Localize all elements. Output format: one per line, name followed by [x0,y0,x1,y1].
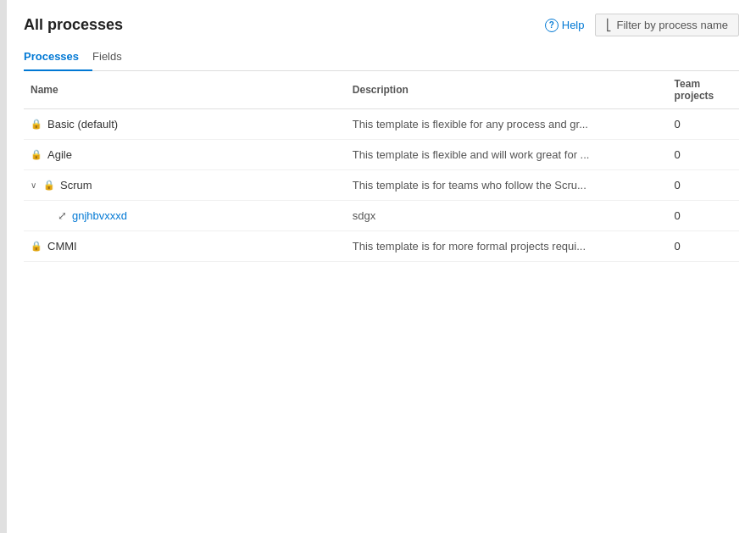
filter-label: Filter by process name [617,19,729,31]
col-header-name: Name [24,71,346,109]
table-row: 🔒CMMIThis template is for more formal pr… [24,231,739,262]
col-header-description: Description [346,71,668,109]
table-row: 🔒AgileThis template is flexible and will… [24,140,739,170]
tab-fields[interactable]: Fields [92,43,136,71]
lock-icon: 🔒 [31,119,42,130]
lock-icon: 🔒 [31,241,42,252]
table-header-row: Name Description Team projects [24,71,739,109]
description-cell-agile: This template is flexible and will work … [346,140,668,170]
name-cell-scrum: ∨🔒Scrum [31,179,339,192]
col-header-team-projects: Team projects [668,71,739,109]
process-name-agile: Agile [47,148,72,161]
name-cell-cmmi: 🔒CMMI [31,240,339,253]
process-name-basic: Basic (default) [47,118,118,130]
team-projects-cell-scrum: 0 [668,170,739,201]
name-cell-gnjhbvxxxd: ⤢gnjhbvxxxd [58,209,339,222]
team-projects-cell-agile: 0 [668,140,739,170]
lock-icon: 🔒 [31,149,42,160]
header-row: All processes ? Help ⎣ Filter by process… [24,14,739,36]
name-cell-basic: 🔒Basic (default) [31,118,339,130]
team-projects-cell-cmmi: 0 [668,231,739,262]
description-cell-gnjhbvxxxd: sdgx [346,201,668,231]
description-cell-scrum: This template is for teams who follow th… [346,170,668,201]
help-button[interactable]: ? Help [545,19,585,32]
tab-processes[interactable]: Processes [24,43,92,71]
page-title: All processes [24,16,123,34]
tabs-row: Processes Fields [24,43,739,71]
expand-chevron-icon[interactable]: ∨ [31,180,36,190]
description-cell-basic: This template is flexible for any proces… [346,109,668,140]
header-actions: ? Help ⎣ Filter by process name [545,14,739,36]
name-cell-agile: 🔒Agile [31,148,339,161]
table-row: ⤢gnjhbvxxxdsdgx0 [24,201,739,231]
processes-table: Name Description Team projects 🔒Basic (d… [24,71,739,262]
table-row: 🔒Basic (default)This template is flexibl… [24,109,739,140]
inherit-icon: ⤢ [58,209,67,222]
process-name-scrum: Scrum [60,179,92,192]
process-name-gnjhbvxxxd[interactable]: gnjhbvxxxd [72,209,127,222]
table-row: ∨🔒ScrumThis template is for teams who fo… [24,170,739,201]
team-projects-cell-basic: 0 [668,109,739,140]
process-name-cmmi: CMMI [47,240,77,253]
table-container: Name Description Team projects 🔒Basic (d… [24,71,739,533]
lock-icon: 🔒 [43,180,55,191]
help-icon: ? [545,19,559,32]
team-projects-cell-gnjhbvxxxd: 0 [668,201,739,231]
help-label: Help [562,19,585,31]
left-border [0,0,7,533]
filter-button[interactable]: ⎣ Filter by process name [595,14,740,36]
description-cell-cmmi: This template is for more formal project… [346,231,668,262]
filter-icon: ⎣ [606,19,612,31]
